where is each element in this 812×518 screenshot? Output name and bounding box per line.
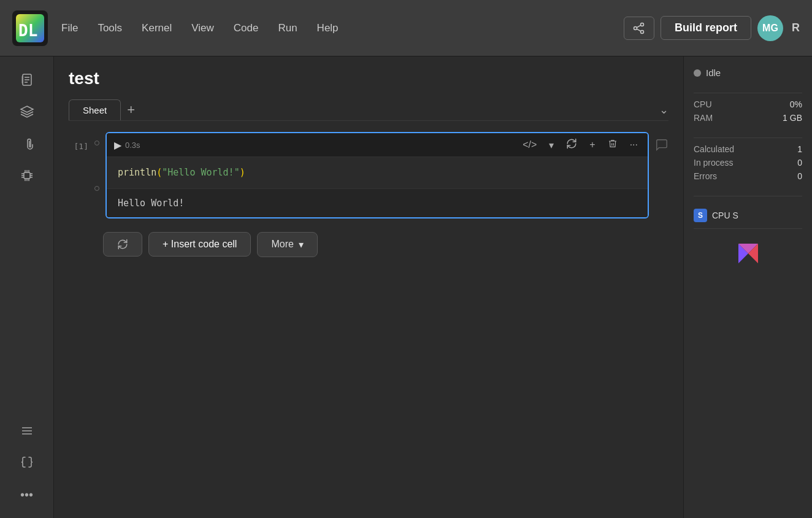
errors-row: Errors 0 — [694, 171, 802, 181]
nav-menu: File Tools Kernel View Code Run Help — [60, 20, 624, 37]
errors-label: Errors — [694, 171, 717, 181]
code-area[interactable]: println("Hello World!") — [107, 157, 648, 188]
calculated-row: Calculated 1 — [694, 144, 802, 154]
status-label: Idle — [706, 68, 721, 78]
nav-file[interactable]: File — [60, 20, 79, 37]
cell-run-button[interactable]: ▶ 0.3s — [114, 139, 140, 151]
sidebar-item-layers[interactable] — [12, 97, 42, 126]
more-chevron-icon: ▾ — [299, 239, 304, 250]
panel-divider-1 — [694, 93, 802, 93]
in-process-value: 0 — [797, 158, 802, 168]
nav-view[interactable]: View — [190, 20, 215, 37]
panel-divider-4 — [694, 228, 802, 229]
cell-bottom-handle[interactable] — [94, 186, 99, 191]
code-chevron-button[interactable]: ▾ — [546, 138, 556, 152]
in-process-label: In process — [694, 158, 733, 168]
play-icon: ▶ — [114, 139, 121, 151]
svg-point-3 — [641, 23, 644, 26]
build-report-button[interactable]: Build report — [661, 16, 751, 40]
cell-left-controls — [94, 132, 99, 191]
sidebar-item-list[interactable] — [12, 416, 42, 446]
svg-rect-14 — [24, 172, 30, 179]
titlebar-right: Build report MG R — [624, 15, 800, 41]
cell-top-handle[interactable] — [94, 141, 99, 145]
sidebar-item-chip[interactable] — [12, 161, 42, 190]
tab-sheet[interactable]: Sheet — [69, 99, 121, 120]
kotlin-row[interactable] — [694, 244, 802, 263]
content-area: test Sheet + ⌄ [1] ▶ 0.3s — [54, 56, 683, 518]
cell-time: 0.3s — [125, 141, 140, 150]
sidebar-item-braces[interactable] — [12, 448, 42, 477]
cell-comment-button[interactable] — [655, 132, 668, 155]
panel-divider-2 — [694, 137, 802, 138]
titlebar: DL File Tools Kernel View Code Run Help … — [0, 0, 812, 56]
calc-section: Calculated 1 In process 0 Errors 0 — [694, 144, 802, 185]
cell-toolbar-right: </> ▾ + — [520, 137, 640, 153]
calculated-label: Calculated — [694, 144, 734, 154]
sidebar: ••• — [0, 56, 54, 518]
errors-value: 0 — [797, 171, 802, 181]
nav-tools[interactable]: Tools — [96, 20, 123, 37]
main-layout: ••• test Sheet + ⌄ [1] ▶ 0.3s — [0, 56, 812, 518]
kotlin-icon — [738, 244, 758, 263]
insert-code-cell-button[interactable]: + Insert code cell — [148, 232, 251, 257]
more-cell-button[interactable]: ··· — [627, 138, 640, 152]
in-process-row: In process 0 — [694, 158, 802, 168]
refresh-button[interactable] — [564, 137, 580, 153]
notebook-title: test — [69, 69, 668, 88]
svg-text:DL: DL — [18, 21, 37, 40]
sidebar-item-notebook[interactable] — [12, 65, 42, 95]
cpu-ram-section: CPU 0% RAM 1 GB — [694, 99, 802, 126]
cell-container: [1] ▶ 0.3s </> ▾ — [69, 132, 668, 218]
plugin-badge: S — [694, 209, 707, 222]
sidebar-item-attachment[interactable] — [12, 129, 42, 158]
code-function: println — [118, 167, 156, 178]
run-label: R — [792, 21, 800, 34]
ram-row: RAM 1 GB — [694, 113, 802, 123]
right-panel: Idle CPU 0% RAM 1 GB Calculated 1 In pro… — [683, 56, 812, 518]
sidebar-more[interactable]: ••• — [12, 480, 42, 509]
svg-marker-13 — [21, 106, 33, 112]
tabs-chevron-icon[interactable]: ⌄ — [659, 103, 668, 117]
nav-code[interactable]: Code — [232, 20, 260, 37]
delete-cell-button[interactable] — [605, 137, 620, 153]
cpu-row: CPU 0% — [694, 99, 802, 109]
code-string: "Hello World!" — [162, 167, 239, 178]
status-row: Idle — [694, 68, 802, 78]
panel-divider-3 — [694, 196, 802, 196]
cell-wrapper: ▶ 0.3s </> ▾ + — [105, 132, 649, 218]
action-bar: + Insert code cell More ▾ — [69, 232, 668, 257]
add-tab-button[interactable]: + — [121, 99, 141, 120]
avatar[interactable]: MG — [757, 15, 783, 41]
ram-label: RAM — [694, 113, 713, 123]
cell-toolbar: ▶ 0.3s </> ▾ + — [107, 133, 648, 157]
app-logo[interactable]: DL — [12, 10, 48, 46]
nav-kernel[interactable]: Kernel — [140, 20, 173, 37]
plugin-row[interactable]: S CPU S — [694, 209, 802, 222]
refresh-action-button[interactable] — [103, 232, 142, 257]
status-dot — [694, 69, 701, 77]
svg-point-4 — [641, 30, 644, 33]
cell-number: [1] — [69, 132, 88, 151]
cpu-value: 0% — [790, 99, 802, 109]
nav-run[interactable]: Run — [277, 20, 298, 37]
cpu-label: CPU — [694, 99, 712, 109]
nav-help[interactable]: Help — [316, 20, 340, 37]
ram-value: 1 GB — [783, 113, 802, 123]
svg-line-7 — [637, 29, 641, 31]
svg-point-5 — [634, 26, 637, 29]
more-button[interactable]: More ▾ — [257, 232, 317, 257]
svg-rect-12 — [21, 76, 23, 83]
tabs-row: Sheet + ⌄ — [69, 99, 668, 121]
share-button[interactable] — [624, 17, 654, 40]
calculated-value: 1 — [797, 144, 802, 154]
cell-output: Hello World! — [107, 188, 648, 217]
plugin-name: CPU S — [712, 211, 738, 220]
more-label: More — [271, 239, 293, 250]
add-cell-button[interactable]: + — [587, 138, 597, 152]
code-type-button[interactable]: </> — [520, 138, 539, 152]
svg-line-6 — [637, 25, 641, 28]
